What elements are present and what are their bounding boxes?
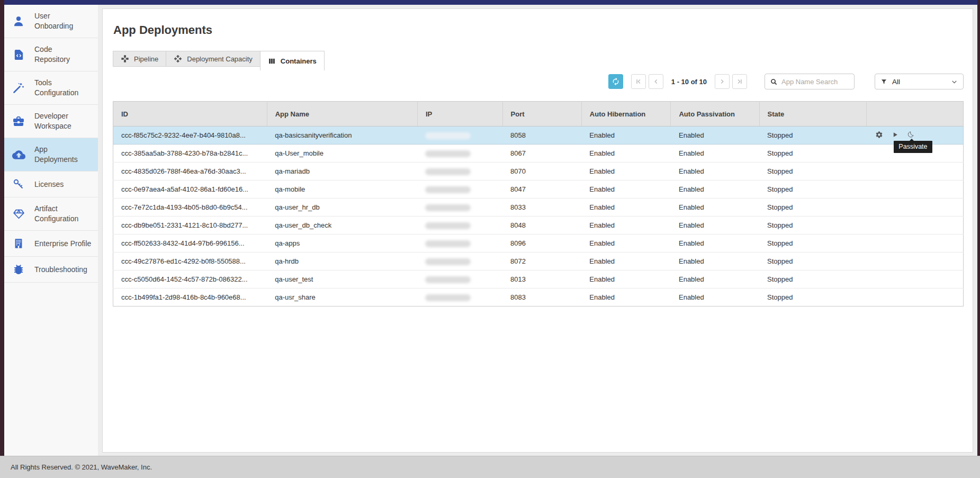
cell-port: 8083 <box>502 288 581 306</box>
cell-auto-hibernation: Enabled <box>581 217 671 235</box>
sidebar-item-artifact-configuration[interactable]: Artifact Configuration <box>4 197 98 231</box>
column-header-ip: IP <box>417 102 502 127</box>
redacted-ip-value <box>425 186 471 193</box>
cell-auto-passivation: Enabled <box>671 288 759 306</box>
sidebar-item-enterprise-profile[interactable]: Enterprise Profile <box>4 231 98 257</box>
prev-page-button[interactable] <box>649 74 663 89</box>
redacted-ip-value <box>425 276 471 283</box>
cell-ip-redacted <box>417 163 502 181</box>
cell-ip-redacted <box>417 235 502 252</box>
first-page-button[interactable] <box>631 74 646 89</box>
refresh-button[interactable] <box>608 74 623 89</box>
footer: All Rights Reserved. © 2021, WaveMaker, … <box>0 456 980 478</box>
cell-state: Stopped <box>759 127 866 145</box>
key-icon <box>12 178 25 191</box>
main-area: App Deployments PipelineDeployment Capac… <box>98 5 977 456</box>
table-row[interactable]: ccc-385aa5ab-3788-4230-b78a-b2841c...qa-… <box>113 145 964 163</box>
cell-ip-redacted <box>417 217 502 235</box>
diamond-icon <box>12 208 25 221</box>
cell-port: 8096 <box>502 235 581 252</box>
cell-app-name: qa-user_hr_db <box>267 199 417 217</box>
cell-ip-redacted <box>417 145 502 163</box>
chevron-right-icon <box>718 78 726 85</box>
top-accent-bar <box>4 0 977 5</box>
sidebar-item-app-deployments[interactable]: App Deployments <box>4 138 98 172</box>
sidebar-item-label: Artifact Configuration <box>34 204 78 224</box>
table-row[interactable]: ccc-ff502633-8432-41d4-97b6-996156...qa-… <box>113 235 964 252</box>
last-page-button[interactable] <box>732 74 747 89</box>
table-row[interactable]: ccc-1b499fa1-2d98-416b-8c4b-960e68...qa-… <box>113 288 964 306</box>
table-row[interactable]: ccc-7e72c1da-4193-4b05-b8d0-6b9c54...qa-… <box>113 199 964 217</box>
next-page-button[interactable] <box>715 74 730 89</box>
cell-id: ccc-c5050d64-1452-4c57-872b-086322... <box>113 270 267 288</box>
app-body: User OnboardingCode RepositoryTools Conf… <box>4 5 977 456</box>
table-row[interactable]: ccc-4835d026-788f-46ea-a76d-30aac3...qa-… <box>113 163 964 181</box>
table-row[interactable]: ccc-f85c75c2-9232-4ee7-b404-9810a8...qa-… <box>113 127 964 145</box>
redacted-ip-value <box>425 222 471 229</box>
cell-id: ccc-1b499fa1-2d98-416b-8c4b-960e68... <box>113 288 267 306</box>
sidebar-item-code-repository[interactable]: Code Repository <box>4 38 98 71</box>
cell-state: Stopped <box>759 235 866 252</box>
sidebar-item-label: Tools Configuration <box>34 78 78 98</box>
refresh-icon <box>612 77 620 86</box>
table-header-row: IDApp NameIPPortAuto HibernationAuto Pas… <box>113 102 964 127</box>
table-row[interactable]: ccc-db9be051-2331-4121-8c10-8bd277...qa-… <box>113 217 964 235</box>
sidebar-item-label: User Onboarding <box>34 11 73 31</box>
search-input[interactable] <box>781 78 845 86</box>
move-arrows-icon <box>174 55 182 63</box>
column-header-auto-passivation: Auto Passivation <box>671 102 759 127</box>
cell-auto-passivation: Enabled <box>671 181 759 199</box>
redacted-ip-value <box>425 150 471 157</box>
cell-auto-hibernation: Enabled <box>581 270 671 288</box>
sidebar-item-troubleshooting[interactable]: Troubleshooting <box>4 257 98 283</box>
cell-id: ccc-ff502633-8432-41d4-97b6-996156... <box>113 235 267 252</box>
cell-port: 8070 <box>502 163 581 181</box>
sidebar-item-user-onboarding[interactable]: User Onboarding <box>4 5 98 38</box>
sidebar-item-tools-configuration[interactable]: Tools Configuration <box>4 71 98 105</box>
cell-ip-redacted <box>417 288 502 306</box>
table-row[interactable]: ccc-49c27876-ed1c-4292-b0f8-550588...qa-… <box>113 252 964 270</box>
tab-deployment-capacity[interactable]: Deployment Capacity <box>166 51 260 67</box>
cell-state: Stopped <box>759 217 866 235</box>
cell-port: 8013 <box>502 270 581 288</box>
cell-ip-redacted <box>417 252 502 270</box>
column-header-id: ID <box>113 102 267 127</box>
redacted-ip-value <box>425 240 471 247</box>
row-actions-cell <box>866 199 963 217</box>
sidebar-item-label: App Deployments <box>34 145 78 165</box>
row-actions-cell <box>866 163 963 181</box>
play-icon[interactable] <box>892 131 898 138</box>
table-row[interactable]: ccc-c5050d64-1452-4c57-872b-086322...qa-… <box>113 270 964 288</box>
cell-id: ccc-7e72c1da-4193-4b05-b8d0-6b9c54... <box>113 199 267 217</box>
cell-auto-passivation: Enabled <box>671 163 759 181</box>
row-actions-cell <box>866 288 963 306</box>
tab-pipeline[interactable]: Pipeline <box>113 51 166 67</box>
cell-id: ccc-f85c75c2-9232-4ee7-b404-9810a8... <box>113 127 267 145</box>
redacted-ip-value <box>425 132 471 139</box>
magic-wand-icon <box>12 82 25 94</box>
cell-id: ccc-4835d026-788f-46ea-a76d-30aac3... <box>113 163 267 181</box>
gear-icon[interactable] <box>875 131 883 139</box>
cell-state: Stopped <box>759 145 866 163</box>
search-box[interactable] <box>765 74 855 89</box>
cell-ip-redacted <box>417 127 502 145</box>
cell-port: 8048 <box>502 217 581 235</box>
sidebar-item-licenses[interactable]: Licenses <box>4 172 98 197</box>
cell-auto-hibernation: Enabled <box>581 288 671 306</box>
redacted-ip-value <box>425 294 471 301</box>
first-page-icon <box>635 78 642 85</box>
tab-label: Deployment Capacity <box>187 55 253 63</box>
table-row[interactable]: ccc-0e97aea4-a5af-4102-86a1-fd60e16...qa… <box>113 181 964 199</box>
cell-auto-hibernation: Enabled <box>581 252 671 270</box>
sidebar-item-developer-workspace[interactable]: Developer Workspace <box>4 105 98 138</box>
cell-state: Stopped <box>759 181 866 199</box>
column-header-actions <box>866 102 963 127</box>
tab-containers[interactable]: Containers <box>260 51 325 70</box>
code-file-icon <box>12 49 25 61</box>
user-icon <box>12 15 25 28</box>
filter-dropdown[interactable]: All <box>875 74 964 89</box>
cell-auto-passivation: Enabled <box>671 145 759 163</box>
row-actions-cell <box>866 181 963 199</box>
row-actions-cell: Passivate <box>866 127 963 145</box>
pipeline-icon <box>121 55 129 63</box>
